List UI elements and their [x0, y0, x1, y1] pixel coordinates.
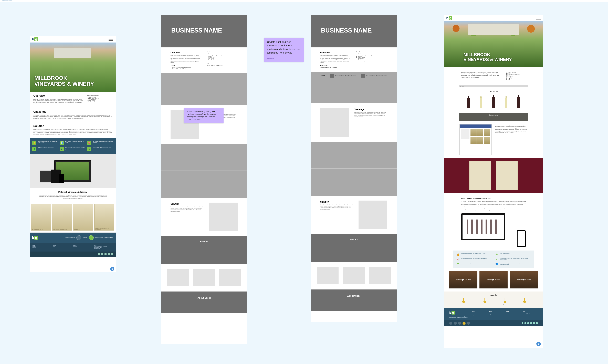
facebook-card	[459, 124, 492, 155]
image-placeholder[interactable]	[219, 269, 241, 286]
image-placeholder[interactable]	[317, 267, 338, 284]
image-placeholder[interactable]	[167, 269, 189, 286]
facebook-icon[interactable]	[98, 253, 100, 255]
people-icon: 👥	[495, 262, 498, 265]
fb-sidebar	[461, 129, 469, 139]
cursor-icon: ↗	[495, 258, 498, 261]
ad-card[interactable]: HIGH-QUALITY LOCAL WINES	[52, 204, 72, 231]
cert-badge-icon	[89, 235, 94, 240]
accessibility-icon[interactable]: ◉	[110, 267, 114, 271]
award: Silver Award	[522, 298, 527, 305]
instagram-icon[interactable]	[525, 322, 526, 324]
wf-hero: BUSINESS NAME	[161, 15, 247, 47]
stats-panel: 👍38% increase in followers on Facebook f…	[453, 250, 534, 268]
logo[interactable]: bg	[32, 37, 38, 41]
design-canvas[interactable]: bg MILLBROOKVINEYARDS & WINERY Overview …	[2, 3, 606, 362]
wine-bottle	[480, 97, 482, 108]
ad-card[interactable]: MILLBROOK KEEPS AWARD TRADITION	[94, 204, 115, 231]
video-thumb[interactable]: Meet the Dyson Family	[510, 271, 538, 288]
social-icons	[522, 322, 538, 324]
eye-icon: 👁	[495, 253, 498, 256]
metric: ▶Paid video: 750+ clicks in 30 days, 1M+…	[60, 147, 86, 151]
wireframe-frame-c[interactable]: BUSINESS NAME Overview Lorem ipsum dolor…	[311, 15, 397, 322]
wireframe-frame-b[interactable]: BUSINESS NAME Overview Lorem ipsum dolor…	[161, 15, 247, 344]
intro-section: With a premium award-winning Millbrook W…	[444, 67, 543, 85]
badge-label: WOMEN OWNED	[65, 237, 75, 238]
image-placeholder[interactable]	[369, 267, 391, 284]
linkedin-icon[interactable]	[527, 322, 529, 324]
footer-nav: SEE ITOur WorkOur Team HEARNews WORKCare…	[30, 243, 116, 251]
wf-overview: Overview Lorem ipsum dolor sit amet, con…	[161, 47, 247, 73]
wf-about: About Client	[311, 289, 397, 311]
ad-card[interactable]: AN OASIS AMID CHAOS	[31, 204, 51, 231]
mockup-frame-d[interactable]: bg MILLBROOKVINEYARDS & WINERY With a pr…	[444, 15, 543, 348]
metric: 🎯30+ Google Ads leads, 3-4% CTR, 85% cos…	[87, 141, 113, 145]
stat: 👍38% increase in followers on Facebook f…	[456, 253, 492, 256]
footer-logo[interactable]: bg	[32, 236, 38, 240]
mockup-frame-a[interactable]: bg MILLBROOKVINEYARDS & WINERY Overview …	[30, 36, 116, 272]
facebook-header	[460, 125, 492, 128]
app-top-bar: CASE STUDIES	[0, 0, 608, 2]
youtube-icon[interactable]	[111, 253, 113, 255]
hero-image: MILLBROOKVINEYARDS & WINERY	[444, 21, 543, 67]
sticky-text: something attention-grabbing here• web s…	[187, 110, 220, 121]
partner-badge-icon	[454, 322, 457, 325]
image-placeholder	[161, 171, 204, 198]
wf-results: Results	[161, 236, 247, 264]
menu-icon[interactable]	[109, 38, 113, 41]
wine-bottles	[462, 94, 525, 108]
stat: 📈30+ Google Ads increase YoY; $15k in wi…	[456, 258, 492, 261]
metrics-grid: 👍38% increase in followers on Facebook f…	[30, 138, 116, 154]
logo[interactable]: bg	[446, 16, 452, 20]
accessibility-icon[interactable]: ◉	[536, 342, 541, 346]
footer-logo[interactable]: bg	[449, 311, 455, 314]
latest-news-band: Latest News	[459, 113, 528, 121]
footer-social	[30, 251, 116, 257]
footer-bottom	[444, 320, 543, 326]
partner-badge-icon	[463, 322, 466, 325]
ad-card[interactable]: MILLBROOK	[73, 204, 93, 231]
print-poster: MILLBROOK HIGH-QUALITY LOCAL WINES	[469, 161, 491, 190]
instagram-icon[interactable]	[101, 253, 103, 255]
hero-building	[468, 24, 519, 35]
partner-badge-icon	[467, 322, 470, 325]
video-thumb[interactable]: Food Trucks & Live Music	[449, 271, 478, 288]
wine-bottle	[467, 98, 470, 108]
facebook-icon[interactable]	[522, 322, 523, 324]
poster-band: MILLBROOK HIGH-QUALITY LOCAL WINES MILLB…	[444, 158, 543, 193]
x-icon[interactable]	[530, 322, 532, 324]
chart-icon: 📊	[60, 141, 64, 145]
awards-section: Awards ADC Digital Award Platinum Award …	[444, 291, 543, 308]
award: Platinum Award	[482, 298, 488, 305]
overview-section: Overview BGT was the agency of record fo…	[30, 92, 116, 108]
social-row: With the number of multi-language visito…	[444, 121, 543, 158]
award: Digital Award	[503, 298, 507, 305]
video-icon: ▶	[60, 147, 64, 151]
stat: 👥40% Paid-media engagement; 10% organic …	[495, 262, 530, 265]
wf-results: Results	[311, 234, 397, 262]
video-thumb[interactable]: Weddings at Millbrook	[479, 271, 508, 288]
award: ADC Digital Award	[460, 298, 467, 305]
sticky-note[interactable]: Update print and web mockups to look mor…	[264, 38, 304, 62]
solution-heading: Solution	[33, 125, 112, 128]
challenge-heading: Challenge	[33, 110, 112, 113]
tiktok-icon[interactable]	[536, 322, 538, 324]
linkedin-icon[interactable]	[104, 253, 106, 255]
youtube-icon[interactable]	[533, 322, 535, 324]
x-icon[interactable]	[108, 253, 110, 255]
star-icon: ★	[87, 147, 91, 151]
wf-related-thumbs	[161, 264, 247, 291]
chart-icon: 📈	[456, 258, 459, 261]
cert-badge-icon	[76, 235, 81, 240]
wf-related-thumbs	[311, 262, 397, 289]
award-item: Addy Region District | Social Media Camp…	[361, 74, 387, 78]
image-placeholder[interactable]	[343, 267, 365, 284]
image-placeholder[interactable]	[193, 269, 215, 286]
image-placeholder	[204, 144, 247, 171]
sticky-note[interactable]: something attention-grabbing here• web s…	[184, 108, 223, 123]
trophy-icon	[483, 298, 486, 303]
menu-icon[interactable]	[536, 17, 541, 19]
ad-carousel[interactable]: AN OASIS AMID CHAOS HIGH-QUALITY LOCAL W…	[30, 202, 116, 233]
solution-section: Solution By leveraging internal talent a…	[30, 122, 116, 138]
hero-image: MILLBROOKVINEYARDS & WINERY	[30, 42, 116, 92]
